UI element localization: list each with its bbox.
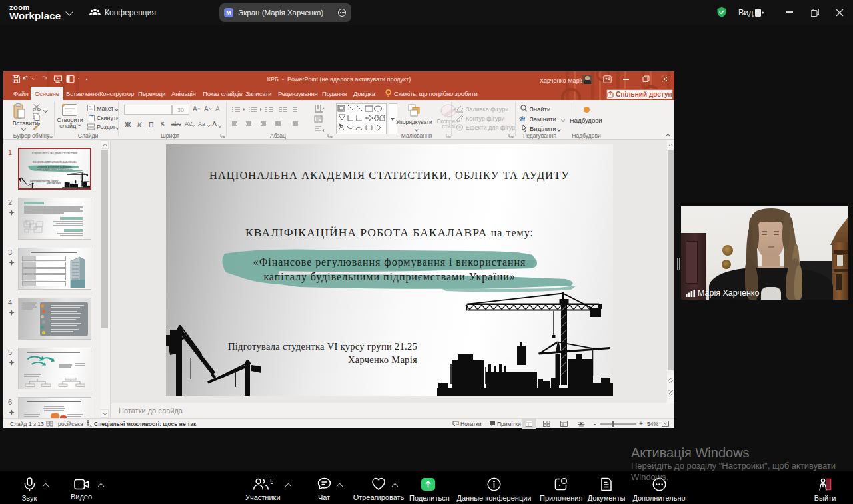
svg-text:5: 5 bbox=[270, 477, 273, 485]
svg-text:капіталу будівельними підприєм: капіталу будівельними підприємствами bbox=[37, 168, 72, 171]
svg-text:«Фінансове регулювання формува: «Фінансове регулювання формування і bbox=[37, 166, 72, 168]
svg-text:Харченко Марія: Харченко Марія bbox=[47, 182, 61, 184]
svg-text:НАЦІОНАЛЬНА АКАДЕМІЯ СТАТИСТИК: НАЦІОНАЛЬНА АКАДЕМІЯ СТАТИСТИКИ bbox=[32, 152, 78, 155]
svg-text:КВАЛІФІКАЦІЙНА РОБОТА БАКАЛАВР: КВАЛІФІКАЦІЙНА РОБОТА БАКАЛАВРА bbox=[33, 160, 77, 164]
